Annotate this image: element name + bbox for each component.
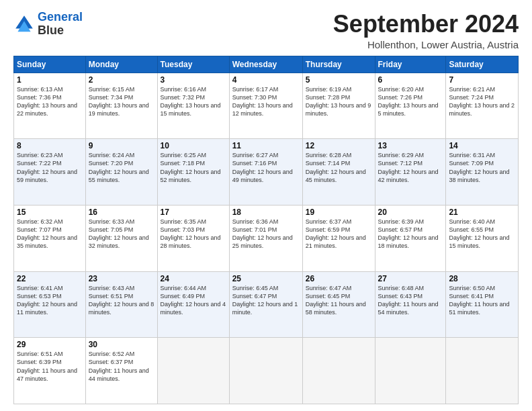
day-info: Sunrise: 6:37 AMSunset: 6:59 PMDaylight:… — [306, 218, 372, 250]
day-cell: 2 Sunrise: 6:15 AMSunset: 7:34 PMDayligh… — [85, 73, 157, 139]
day-info: Sunrise: 6:32 AMSunset: 7:07 PMDaylight:… — [17, 218, 83, 250]
day-cell: 17 Sunrise: 6:35 AMSunset: 7:03 PMDaylig… — [157, 205, 229, 271]
day-number: 30 — [89, 340, 154, 349]
day-info: Sunrise: 6:29 AMSunset: 7:12 PMDaylight:… — [378, 151, 443, 184]
day-info: Sunrise: 6:20 AMSunset: 7:26 PMDaylight:… — [378, 85, 443, 118]
day-info: Sunrise: 6:25 AMSunset: 7:18 PMDaylight:… — [161, 151, 226, 184]
day-number: 5 — [306, 75, 372, 85]
calendar-body: 1 Sunrise: 6:13 AMSunset: 7:36 PMDayligh… — [14, 73, 519, 404]
week-row-3: 15 Sunrise: 6:32 AMSunset: 7:07 PMDaylig… — [14, 205, 519, 271]
day-cell: 24 Sunrise: 6:44 AMSunset: 6:49 PMDaylig… — [157, 271, 229, 338]
day-cell — [446, 338, 519, 404]
month-title: September 2024 — [333, 11, 519, 38]
day-info: Sunrise: 6:24 AMSunset: 7:20 PMDaylight:… — [89, 151, 154, 184]
day-info: Sunrise: 6:40 AMSunset: 6:55 PMDaylight:… — [449, 218, 515, 250]
day-info: Sunrise: 6:47 AMSunset: 6:45 PMDaylight:… — [306, 284, 372, 317]
day-cell: 27 Sunrise: 6:48 AMSunset: 6:43 PMDaylig… — [375, 271, 446, 338]
day-info: Sunrise: 6:17 AMSunset: 7:30 PMDaylight:… — [232, 85, 300, 118]
day-number: 12 — [306, 141, 372, 150]
day-cell: 29 Sunrise: 6:51 AMSunset: 6:39 PMDaylig… — [14, 338, 86, 404]
day-info: Sunrise: 6:15 AMSunset: 7:34 PMDaylight:… — [89, 85, 154, 118]
day-number: 20 — [378, 208, 443, 217]
day-info: Sunrise: 6:31 AMSunset: 7:09 PMDaylight:… — [449, 151, 515, 184]
week-row-4: 22 Sunrise: 6:41 AMSunset: 6:53 PMDaylig… — [14, 271, 519, 338]
day-cell — [157, 338, 229, 404]
title-block: September 2024 Hollenthon, Lower Austria… — [333, 11, 519, 50]
day-info: Sunrise: 6:28 AMSunset: 7:14 PMDaylight:… — [306, 151, 372, 184]
day-info: Sunrise: 6:27 AMSunset: 7:16 PMDaylight:… — [232, 151, 300, 184]
day-number: 21 — [449, 208, 515, 217]
day-number: 1 — [17, 75, 83, 85]
day-number: 13 — [378, 141, 443, 150]
day-info: Sunrise: 6:39 AMSunset: 6:57 PMDaylight:… — [378, 218, 443, 250]
day-info: Sunrise: 6:16 AMSunset: 7:32 PMDaylight:… — [161, 85, 226, 118]
day-header-saturday: Saturday — [446, 56, 519, 73]
day-cell: 25 Sunrise: 6:45 AMSunset: 6:47 PMDaylig… — [229, 271, 302, 338]
day-number: 17 — [161, 208, 226, 217]
day-info: Sunrise: 6:44 AMSunset: 6:49 PMDaylight:… — [161, 284, 226, 317]
day-info: Sunrise: 6:36 AMSunset: 7:01 PMDaylight:… — [232, 218, 300, 250]
day-cell: 13 Sunrise: 6:29 AMSunset: 7:12 PMDaylig… — [375, 139, 446, 205]
day-cell: 14 Sunrise: 6:31 AMSunset: 7:09 PMDaylig… — [446, 139, 519, 205]
day-cell: 20 Sunrise: 6:39 AMSunset: 6:57 PMDaylig… — [375, 205, 446, 271]
day-info: Sunrise: 6:50 AMSunset: 6:41 PMDaylight:… — [449, 284, 515, 317]
day-number: 26 — [306, 274, 372, 283]
day-number: 14 — [449, 141, 515, 150]
day-cell: 1 Sunrise: 6:13 AMSunset: 7:36 PMDayligh… — [14, 73, 86, 139]
location: Hollenthon, Lower Austria, Austria — [333, 39, 519, 50]
day-cell: 4 Sunrise: 6:17 AMSunset: 7:30 PMDayligh… — [229, 73, 302, 139]
day-number: 23 — [89, 274, 154, 283]
day-cell: 30 Sunrise: 6:52 AMSunset: 6:37 PMDaylig… — [85, 338, 157, 404]
page: General Blue September 2024 Hollenthon, … — [0, 0, 532, 411]
day-number: 2 — [89, 75, 154, 85]
day-cell: 9 Sunrise: 6:24 AMSunset: 7:20 PMDayligh… — [85, 139, 157, 205]
header: General Blue September 2024 Hollenthon, … — [13, 11, 519, 50]
day-cell: 26 Sunrise: 6:47 AMSunset: 6:45 PMDaylig… — [302, 271, 375, 338]
day-cell: 19 Sunrise: 6:37 AMSunset: 6:59 PMDaylig… — [302, 205, 375, 271]
day-header-friday: Friday — [375, 56, 446, 73]
day-info: Sunrise: 6:51 AMSunset: 6:39 PMDaylight:… — [17, 350, 83, 383]
day-number: 24 — [161, 274, 226, 283]
logo-text: General Blue — [38, 11, 83, 38]
day-cell: 15 Sunrise: 6:32 AMSunset: 7:07 PMDaylig… — [14, 205, 86, 271]
day-info: Sunrise: 6:52 AMSunset: 6:37 PMDaylight:… — [89, 350, 154, 383]
day-cell: 5 Sunrise: 6:19 AMSunset: 7:28 PMDayligh… — [302, 73, 375, 139]
day-cell: 23 Sunrise: 6:43 AMSunset: 6:51 PMDaylig… — [85, 271, 157, 338]
day-number: 16 — [89, 208, 154, 217]
day-header-sunday: Sunday — [14, 56, 86, 73]
day-number: 10 — [161, 141, 226, 150]
day-cell: 21 Sunrise: 6:40 AMSunset: 6:55 PMDaylig… — [446, 205, 519, 271]
day-number: 11 — [232, 141, 300, 150]
day-info: Sunrise: 6:43 AMSunset: 6:51 PMDaylight:… — [89, 284, 154, 317]
week-row-5: 29 Sunrise: 6:51 AMSunset: 6:39 PMDaylig… — [14, 338, 519, 404]
day-header-monday: Monday — [85, 56, 157, 73]
day-info: Sunrise: 6:48 AMSunset: 6:43 PMDaylight:… — [378, 284, 443, 317]
day-number: 7 — [449, 75, 515, 85]
day-info: Sunrise: 6:33 AMSunset: 7:05 PMDaylight:… — [89, 218, 154, 250]
day-number: 22 — [17, 274, 83, 283]
week-row-1: 1 Sunrise: 6:13 AMSunset: 7:36 PMDayligh… — [14, 73, 519, 139]
day-number: 9 — [89, 141, 154, 150]
day-header-tuesday: Tuesday — [157, 56, 229, 73]
day-cell: 11 Sunrise: 6:27 AMSunset: 7:16 PMDaylig… — [229, 139, 302, 205]
day-cell: 8 Sunrise: 6:23 AMSunset: 7:22 PMDayligh… — [14, 139, 86, 205]
day-info: Sunrise: 6:19 AMSunset: 7:28 PMDaylight:… — [306, 85, 372, 118]
day-info: Sunrise: 6:23 AMSunset: 7:22 PMDaylight:… — [17, 151, 83, 184]
day-number: 3 — [161, 75, 226, 85]
day-cell — [229, 338, 302, 404]
day-header-wednesday: Wednesday — [229, 56, 302, 73]
day-info: Sunrise: 6:35 AMSunset: 7:03 PMDaylight:… — [161, 218, 226, 250]
day-info: Sunrise: 6:41 AMSunset: 6:53 PMDaylight:… — [17, 284, 83, 317]
day-info: Sunrise: 6:13 AMSunset: 7:36 PMDaylight:… — [17, 85, 83, 118]
day-cell: 7 Sunrise: 6:21 AMSunset: 7:24 PMDayligh… — [446, 73, 519, 139]
day-number: 4 — [232, 75, 300, 85]
day-cell: 22 Sunrise: 6:41 AMSunset: 6:53 PMDaylig… — [14, 271, 86, 338]
day-cell — [302, 338, 375, 404]
day-cell: 6 Sunrise: 6:20 AMSunset: 7:26 PMDayligh… — [375, 73, 446, 139]
day-cell: 18 Sunrise: 6:36 AMSunset: 7:01 PMDaylig… — [229, 205, 302, 271]
logo: General Blue — [13, 11, 83, 38]
day-cell: 3 Sunrise: 6:16 AMSunset: 7:32 PMDayligh… — [157, 73, 229, 139]
day-cell: 12 Sunrise: 6:28 AMSunset: 7:14 PMDaylig… — [302, 139, 375, 205]
day-number: 15 — [17, 208, 83, 217]
day-number: 8 — [17, 141, 83, 150]
